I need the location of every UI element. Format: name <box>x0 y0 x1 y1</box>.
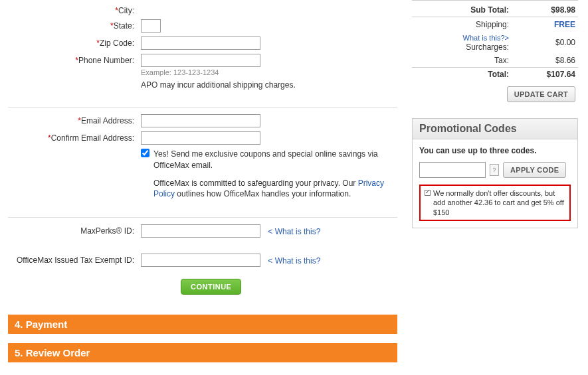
optin-checkbox[interactable] <box>141 149 149 157</box>
phone-hint: Example: 123-123-1234 <box>141 68 397 76</box>
check-icon <box>425 190 431 196</box>
phone-input[interactable] <box>141 54 260 67</box>
email-label: *Email Address: <box>8 114 141 125</box>
shipping-label: Shipping: <box>412 18 512 31</box>
order-totals: Sub Total: $98.98 Shipping: FREE What is… <box>412 0 578 112</box>
promo-code-input[interactable] <box>419 162 486 178</box>
taxexempt-what-link[interactable]: < What is this? <box>268 256 320 265</box>
surcharges-value: $0.00 <box>512 31 578 54</box>
state-label: *State: <box>8 19 141 31</box>
taxexempt-label: OfficeMax Issued Tax Exempt ID: <box>8 254 141 265</box>
maxperks-label: MaxPerks® ID: <box>8 224 141 236</box>
shipping-value: FREE <box>512 18 578 31</box>
zip-label: *Zip Code: <box>8 37 141 48</box>
maxperks-what-link[interactable]: < What is this? <box>268 227 320 236</box>
email-section: *Email Address: *Confirm Email Address: … <box>8 114 397 210</box>
city-label: *City: <box>8 4 141 15</box>
maxperks-input[interactable] <box>141 224 260 238</box>
promo-offer-note: We normally don't offer discounts, but a… <box>419 185 571 221</box>
promo-help-icon[interactable]: ? <box>490 164 499 176</box>
surcharges-what-link[interactable]: What is this?> <box>463 34 509 42</box>
surcharges-label: Surcharges: <box>466 42 509 52</box>
tax-value: $8.66 <box>512 54 578 68</box>
state-input[interactable] <box>141 19 161 33</box>
promo-box: Promotional Codes You can use up to thre… <box>412 118 578 228</box>
step-review[interactable]: 5. Review Order <box>8 343 397 362</box>
tax-label: Tax: <box>412 54 512 68</box>
subtotal-label: Sub Total: <box>412 3 512 17</box>
apply-code-button[interactable]: APPLY CODE <box>503 162 566 178</box>
continue-button[interactable]: CONTINUE <box>181 279 241 295</box>
confirm-email-input[interactable] <box>141 131 260 145</box>
total-label: Total: <box>412 68 512 81</box>
promo-heading: Promotional Codes <box>413 119 577 139</box>
apo-note: APO may incur additional shipping charge… <box>141 80 397 90</box>
zip-input[interactable] <box>141 37 260 50</box>
step-payment[interactable]: 4. Payment <box>8 315 397 334</box>
ids-section: MaxPerks® ID: < What is this? OfficeMax … <box>8 224 397 305</box>
confirm-email-label: *Confirm Email Address: <box>8 131 141 143</box>
address-section: *City: *State: *Zip Code: *Phone Number:… <box>8 4 397 100</box>
taxexempt-input[interactable] <box>141 254 260 267</box>
phone-label: *Phone Number: <box>8 54 141 65</box>
privacy-text: OfficeMax is committed to safeguarding y… <box>153 178 393 200</box>
email-input[interactable] <box>141 114 260 127</box>
subtotal-value: $98.98 <box>512 3 578 17</box>
total-value: $107.64 <box>512 68 578 81</box>
update-cart-button[interactable]: UPDATE CART <box>507 86 575 102</box>
promo-sub: You can use up to three codes. <box>419 146 571 155</box>
optin-text: Yes! Send me exclusive coupons and speci… <box>153 149 393 171</box>
